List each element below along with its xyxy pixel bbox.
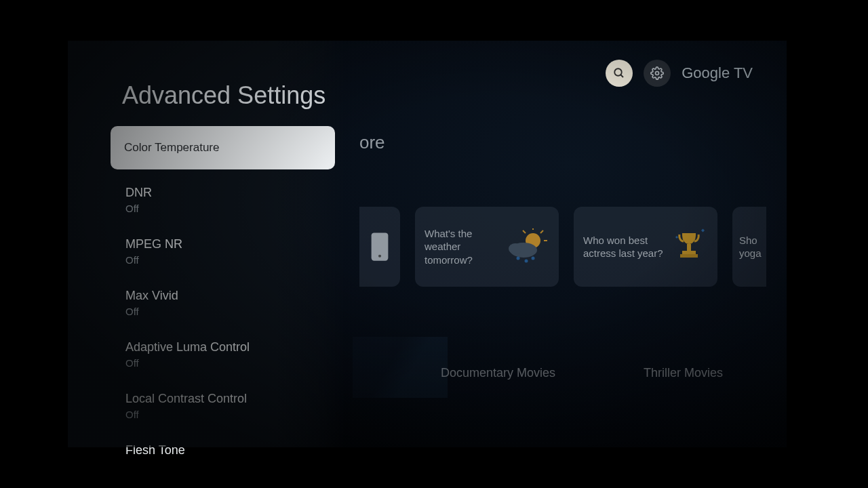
svg-rect-16 (682, 251, 696, 254)
setting-value: Off (125, 203, 346, 214)
svg-rect-17 (680, 254, 698, 258)
suggestion-card-partial-right[interactable]: Sho yoga (732, 207, 766, 287)
settings-list: Color Temperature DNR Off MPEG NR Off Ma… (68, 126, 346, 464)
category-label[interactable]: Documentary Movies (441, 366, 555, 380)
svg-point-4 (378, 255, 381, 258)
setting-local-contrast-control[interactable]: Local Contrast Control Off (68, 385, 346, 427)
setting-value: Off (125, 254, 346, 266)
setting-mpeg-nr[interactable]: MPEG NR Off (68, 230, 346, 272)
tv-screen: ore Google TV What's the weather tomorro… (68, 41, 787, 447)
suggestion-cards: What's the weather tomorrow? Who won bes… (359, 207, 766, 287)
svg-point-12 (517, 257, 520, 260)
setting-label: MPEG NR (125, 237, 346, 251)
setting-label: Max Vivid (125, 289, 346, 303)
setting-color-temperature[interactable]: Color Temperature (111, 126, 335, 169)
panel-title: Advanced Settings (68, 81, 346, 122)
setting-label: Color Temperature (124, 141, 321, 155)
search-button[interactable] (606, 60, 633, 87)
card-text: Sho yoga (739, 234, 762, 260)
setting-value: Off (125, 409, 346, 420)
card-text: What's the weather tomorrow? (425, 227, 499, 267)
setting-flesh-tone[interactable]: Flesh Tone (68, 436, 346, 464)
weather-icon (506, 228, 549, 265)
category-row: Documentary Movies Thriller Movies (441, 366, 723, 380)
setting-adaptive-luma-control[interactable]: Adaptive Luma Control Off (68, 333, 346, 375)
svg-line-8 (540, 230, 543, 233)
card-icon (370, 232, 389, 262)
svg-point-13 (525, 260, 528, 263)
setting-label: Local Contrast Control (125, 392, 346, 406)
svg-line-1 (620, 75, 623, 77)
svg-point-14 (532, 257, 535, 260)
search-icon (613, 67, 625, 79)
trophy-icon (670, 228, 708, 266)
setting-value: Off (125, 306, 346, 317)
setting-label: Flesh Tone (125, 443, 346, 458)
card-text: Who won best actress last year? (583, 234, 663, 260)
setting-label: DNR (125, 186, 346, 200)
search-section-partial: ore (359, 132, 385, 153)
svg-point-0 (614, 68, 622, 76)
top-header: Google TV (606, 60, 753, 87)
settings-panel: Advanced Settings Color Temperature DNR … (68, 41, 346, 447)
suggestion-card-partial-left[interactable] (359, 207, 400, 287)
settings-button[interactable] (644, 60, 671, 87)
suggestion-card-weather[interactable]: What's the weather tomorrow? (415, 207, 559, 287)
svg-point-2 (656, 72, 659, 75)
setting-max-vivid[interactable]: Max Vivid Off (68, 282, 346, 324)
setting-label: Adaptive Luma Control (125, 340, 346, 354)
svg-rect-15 (687, 244, 691, 251)
svg-point-11 (509, 243, 522, 254)
content-thumbnail[interactable] (353, 337, 448, 398)
suggestion-card-actress[interactable]: Who won best actress last year? (574, 207, 717, 287)
setting-value: Off (125, 357, 346, 369)
google-tv-logo: Google TV (682, 64, 753, 82)
gear-icon (650, 66, 664, 80)
category-label[interactable]: Thriller Movies (644, 366, 723, 380)
setting-dnr[interactable]: DNR Off (68, 179, 346, 221)
svg-line-9 (523, 230, 526, 233)
